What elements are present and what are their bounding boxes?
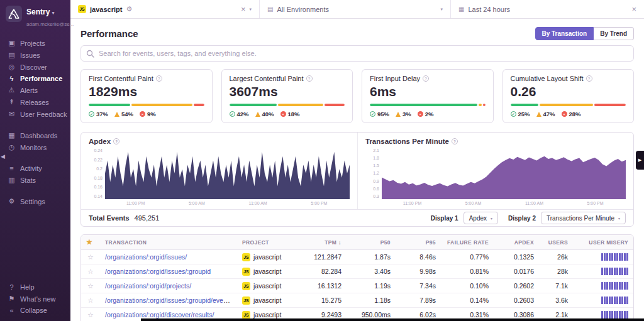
sidebar-item-discover[interactable]: ◎Discover — [0, 61, 70, 73]
transaction-cell: /organizations/:orgid/projects/ — [100, 282, 237, 290]
info-icon[interactable]: ? — [113, 138, 119, 144]
sidebar-item-activity[interactable]: ≡Activity — [0, 163, 70, 174]
p50-cell: 3.40s — [347, 268, 396, 275]
project-cell: JSjavascript — [237, 253, 296, 261]
column-header-transaction[interactable]: TRANSACTION — [100, 239, 237, 246]
y-tick-label: 0.22 — [94, 158, 103, 162]
column-header-users[interactable]: USERS — [539, 239, 573, 246]
project-name[interactable]: javascript — [90, 6, 122, 13]
column-header-user-misery[interactable]: USER MISERY — [573, 239, 633, 246]
display2-select[interactable]: Transactions Per Minute▾ — [541, 212, 626, 224]
total-events-value: 495,251 — [135, 214, 160, 222]
favorite-star-icon[interactable]: ☆ — [81, 282, 100, 290]
sidebar-item-label: Projects — [20, 40, 45, 47]
view-toggle: By Transaction By Trend — [535, 27, 635, 40]
activity-icon: ≡ — [8, 165, 16, 172]
column-header-p95[interactable]: P95 — [396, 239, 441, 246]
project-chevron-down-icon[interactable]: ▾ — [249, 7, 252, 12]
column-header-failure-rate[interactable]: FAILURE RATE — [441, 239, 494, 246]
sidebar-item-label: Discover — [20, 63, 47, 71]
transaction-cell: /organizations/:orgid/issues/:groupid/ev… — [100, 297, 237, 304]
sidebar-item-stats[interactable]: ▥Stats — [0, 174, 70, 186]
table-row: ☆/organizations/:orgid/issues/:groupidJS… — [81, 264, 633, 279]
sidebar-item-releases[interactable]: ↟Releases — [0, 96, 70, 108]
sidebar-item-performance[interactable]: ϟPerformance — [0, 73, 70, 84]
info-icon[interactable]: ? — [586, 75, 592, 82]
info-icon[interactable]: ? — [306, 75, 313, 82]
info-icon[interactable]: ? — [423, 75, 429, 82]
column-header-tpm[interactable]: TPM ↓ — [296, 239, 347, 246]
date-range-value[interactable]: Last 24 hours — [468, 6, 510, 13]
transaction-link[interactable]: /organizations/:orgid/issues/:groupid — [105, 268, 211, 275]
favorite-star-icon[interactable]: ☆ — [81, 268, 100, 276]
by-trend-button[interactable]: By Trend — [594, 27, 634, 40]
org-switcher[interactable]: Sentry ▾ adam.mckerlie@se... — [0, 0, 70, 31]
collapse-left-arrow-icon[interactable]: ◀ — [1, 153, 5, 160]
display2-label: Display 2 — [508, 215, 536, 222]
favorite-star-icon[interactable]: ☆ — [81, 297, 100, 305]
transaction-link[interactable]: /organizations/:orgid/projects/ — [105, 282, 191, 290]
environment-value[interactable]: All Environments — [277, 6, 329, 13]
sidebar-item-issues[interactable]: ▤Issues — [0, 49, 70, 61]
transactions-table: ★TRANSACTIONPROJECTTPM ↓P50P95FAILURE RA… — [80, 234, 634, 321]
user-misery-bars — [573, 293, 633, 307]
poor-icon: × — [280, 111, 286, 117]
sidebar-item-whats-new[interactable]: ⚑What's new — [0, 293, 70, 305]
page-content: Performance By Transaction By Trend Firs… — [70, 19, 644, 321]
vital-card-lcp: Largest Contentful Paint? 3607ms ✓42% 40… — [221, 69, 353, 123]
header-star[interactable]: ★ — [81, 238, 100, 246]
sidebar-item-dashboards[interactable]: ▦Dashboards — [0, 129, 70, 141]
x-tick-label: 5:00 PM — [565, 201, 626, 205]
clear-project-icon[interactable]: × — [241, 5, 246, 13]
sidebar-item-collapse[interactable]: «Collapse — [0, 305, 70, 316]
x-tick-label: 5:00 AM — [443, 201, 504, 205]
bottom-edge — [141, 318, 644, 321]
x-tick-label: 5:00 PM — [289, 201, 350, 205]
transaction-link[interactable]: /organizations/:orgid/issues/ — [105, 253, 187, 261]
chevron-down-icon: ▾ — [618, 216, 620, 220]
sidebar-item-label: User Feedback — [20, 111, 67, 118]
vital-distribution-bar — [89, 104, 204, 106]
sidebar-item-monitors[interactable]: ◷Monitors — [0, 141, 70, 153]
vital-distribution-bar — [230, 104, 345, 106]
sidebar-item-settings[interactable]: ⚙Settings — [0, 195, 70, 207]
settings-icon: ⚙ — [8, 197, 16, 205]
info-icon[interactable]: ? — [156, 75, 162, 82]
clear-date-icon[interactable]: × — [631, 5, 636, 13]
sidebar-item-projects[interactable]: ▣Projects — [0, 37, 70, 49]
favorite-star-icon[interactable]: ☆ — [81, 253, 100, 261]
by-transaction-button[interactable]: By Transaction — [535, 27, 594, 40]
sidebar-item-label: Dashboards — [20, 132, 57, 139]
info-icon[interactable]: ? — [452, 138, 458, 144]
favorite-star-icon[interactable]: ☆ — [81, 311, 100, 319]
discover-icon: ◎ — [8, 63, 16, 71]
environment-chevron-down-icon[interactable]: ▾ — [440, 7, 443, 12]
x-tick-label: 11:00 PM — [382, 201, 443, 205]
expand-right-arrow[interactable]: ▶ — [636, 151, 644, 170]
releases-icon: ↟ — [8, 98, 16, 106]
transaction-cell: /organizations/:orgid/issues/ — [100, 253, 237, 261]
transaction-link[interactable]: /organizations/:orgid/issues/:groupid/ev… — [105, 297, 237, 304]
javascript-project-icon: JS — [242, 297, 250, 305]
project-cell: JSjavascript — [237, 297, 296, 305]
poor-pct: 9% — [147, 111, 156, 117]
search-input[interactable] — [80, 45, 634, 62]
column-header-project[interactable]: PROJECT — [237, 239, 296, 246]
good-pct: 37% — [96, 111, 108, 117]
column-header-apdex[interactable]: APDEX — [494, 239, 539, 246]
p95-cell: 7.89s — [396, 297, 441, 304]
tpm-cell: 9.2493 — [296, 311, 347, 318]
sidebar-item-user-feedback[interactable]: ✉User Feedback — [0, 108, 70, 120]
vital-title: First Contentful Paint — [89, 75, 153, 82]
sidebar-item-alerts[interactable]: ⚠Alerts — [0, 84, 70, 96]
tpm-cell: 15.275 — [296, 297, 347, 304]
project-settings-gear-icon[interactable]: ⚙ — [126, 5, 132, 13]
display1-select[interactable]: Apdex▾ — [464, 212, 498, 224]
transaction-link[interactable]: /organizations/:orgid/discover/results/ — [105, 311, 214, 318]
sidebar-item-help[interactable]: ?Help — [0, 281, 70, 293]
x-tick-label: 11:00 AM — [504, 201, 565, 205]
chart-title: Apdex — [89, 138, 111, 145]
user-feedback-icon: ✉ — [8, 110, 16, 118]
p50-cell: 1.19s — [347, 282, 396, 290]
column-header-p50[interactable]: P50 — [347, 239, 396, 246]
